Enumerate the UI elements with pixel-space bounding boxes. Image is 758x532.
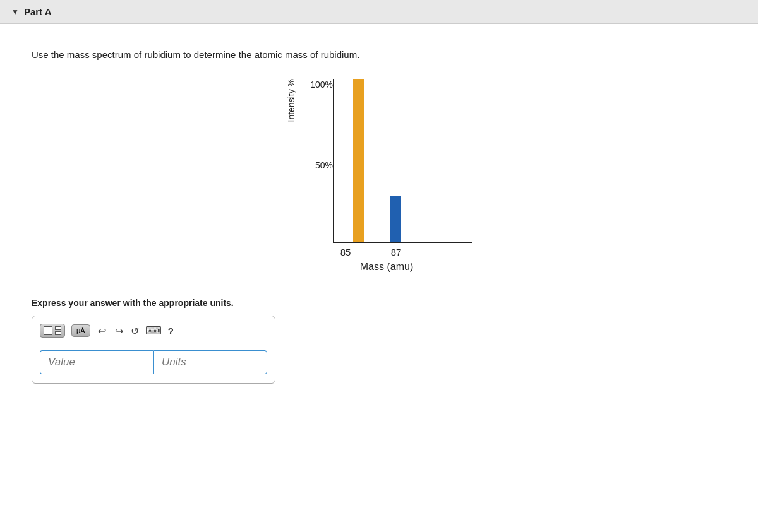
chart-area: Intensity % 100% 50% — [32, 79, 726, 273]
bar-87 — [390, 196, 401, 242]
bar-85 — [353, 79, 364, 242]
help-button[interactable]: ? — [168, 326, 174, 336]
mu-angstrom-button[interactable]: μÅ — [71, 324, 90, 337]
x-axis-label: Mass (amu) — [301, 261, 472, 273]
keyboard-button[interactable]: ⌨ — [145, 324, 162, 338]
answer-section: Express your answer with the appropriate… — [32, 298, 726, 384]
y-tick-50: 50% — [315, 161, 333, 170]
x-label-87: 87 — [383, 247, 409, 257]
chevron-icon[interactable]: ▼ — [11, 8, 19, 16]
format-square-icon — [44, 326, 52, 335]
x-label-85: 85 — [333, 247, 358, 257]
bar-group-87 — [390, 79, 401, 242]
y-axis-label: Intensity % — [286, 79, 296, 128]
chart-container: Intensity % 100% 50% — [286, 79, 472, 273]
format-icon-group[interactable] — [40, 324, 65, 338]
mu-angstrom-label: μÅ — [76, 327, 85, 334]
redo-button[interactable]: ↪ — [114, 325, 124, 337]
header-bar: ▼ Part A — [0, 0, 758, 24]
undo-button[interactable]: ↩ — [97, 325, 107, 337]
x-labels: 85 87 — [301, 243, 440, 257]
input-row — [40, 350, 267, 374]
units-input[interactable] — [153, 350, 267, 374]
chart-body: 100% 50% — [301, 79, 472, 273]
y-axis-ticks: 100% 50% — [301, 79, 333, 243]
value-input[interactable] — [40, 350, 153, 374]
reset-button[interactable]: ↺ — [131, 325, 139, 337]
question-text: Use the mass spectrum of rubidium to det… — [32, 49, 726, 60]
part-label: Part A — [24, 6, 52, 17]
express-label: Express your answer with the appropriate… — [32, 298, 726, 308]
answer-box: μÅ ↩ ↪ ↺ ⌨ ? — [32, 316, 275, 384]
toolbar: μÅ ↩ ↪ ↺ ⌨ ? — [40, 324, 267, 343]
bar-group-85 — [353, 79, 364, 242]
chart-graph: 100% 50% — [301, 79, 472, 243]
y-tick-100: 100% — [310, 80, 333, 89]
format-half-icon — [55, 326, 61, 335]
bars-container — [333, 79, 472, 243]
main-content: Use the mass spectrum of rubidium to det… — [0, 24, 758, 532]
